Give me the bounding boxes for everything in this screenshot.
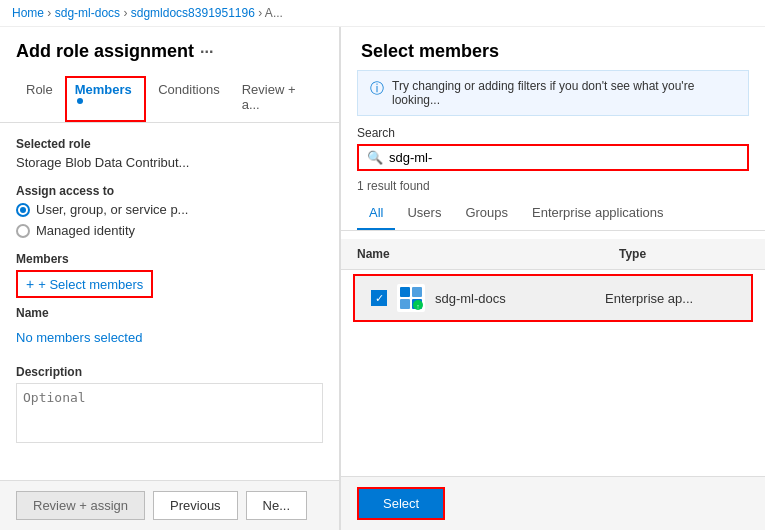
filter-tab-groups[interactable]: Groups (453, 199, 520, 230)
right-panel-title: Select members (361, 41, 745, 62)
breadcrumb-home[interactable]: Home (12, 6, 44, 20)
selected-role-label: Selected role (16, 137, 323, 151)
result-row[interactable]: ✓ ↑ sdg-ml-docs Enterprise ap... (353, 274, 753, 322)
radio-user-group[interactable]: User, group, or service p... (16, 202, 323, 217)
filter-tab-all[interactable]: All (357, 199, 395, 230)
filter-tab-users[interactable]: Users (395, 199, 453, 230)
row-checkbox[interactable]: ✓ (371, 290, 387, 306)
radio-group: User, group, or service p... Managed ide… (16, 202, 323, 238)
search-icon: 🔍 (367, 150, 383, 165)
info-text: Try changing or adding filters if you do… (392, 79, 736, 107)
filter-tabs: All Users Groups Enterprise applications (341, 199, 765, 231)
previous-button[interactable]: Previous (153, 491, 238, 520)
review-assign-button[interactable]: Review + assign (16, 491, 145, 520)
tabs-bar: Role Members Conditions Review + a... (0, 66, 339, 123)
left-header: Add role assignment ··· (0, 27, 339, 66)
result-count: 1 result found (341, 179, 765, 199)
breadcrumb-sdgmldocs[interactable]: sdgmldocs8391951196 (131, 6, 255, 20)
result-name: sdg-ml-docs (435, 291, 595, 306)
svg-rect-2 (412, 287, 422, 297)
checkmark-icon: ✓ (375, 292, 384, 305)
radio-circle-empty (16, 224, 30, 238)
results-table: Name Type ✓ ↑ sd (341, 239, 765, 476)
select-button[interactable]: Select (357, 487, 445, 520)
search-label: Search (357, 126, 749, 140)
select-members-label: + Select members (38, 277, 143, 292)
search-box: 🔍 (357, 144, 749, 171)
info-icon: ⓘ (370, 80, 384, 98)
left-panel: Add role assignment ··· Role Members Con… (0, 27, 340, 530)
right-header: Select members (341, 27, 765, 70)
plus-icon: + (26, 276, 34, 292)
radio-label-managed: Managed identity (36, 223, 135, 238)
svg-text:↑: ↑ (416, 303, 420, 310)
tab-members[interactable]: Members (65, 76, 146, 122)
info-bar: ⓘ Try changing or adding filters if you … (357, 70, 749, 116)
radio-managed-identity[interactable]: Managed identity (16, 223, 323, 238)
description-row: Description (16, 365, 323, 446)
members-col-header: Name (16, 306, 323, 324)
search-input[interactable] (389, 150, 739, 165)
filter-tab-enterprise[interactable]: Enterprise applications (520, 199, 676, 230)
results-header: Name Type (341, 239, 765, 270)
members-dot (77, 98, 83, 104)
page-title: Add role assignment ··· (16, 41, 323, 62)
tab-review[interactable]: Review + a... (232, 76, 323, 122)
radio-label-user: User, group, or service p... (36, 202, 188, 217)
svg-rect-3 (400, 299, 410, 309)
members-row: Members + + Select members Name No membe… (16, 252, 323, 351)
svg-rect-1 (400, 287, 410, 297)
description-input[interactable] (16, 383, 323, 443)
breadcrumb-sdg-ml-docs[interactable]: sdg-ml-docs (55, 6, 120, 20)
right-footer: Select (341, 476, 765, 530)
result-type: Enterprise ap... (605, 291, 735, 306)
col-header-type: Type (619, 243, 749, 265)
assign-access-row: Assign access to User, group, or service… (16, 184, 323, 238)
more-options-icon[interactable]: ··· (200, 43, 213, 61)
tab-role[interactable]: Role (16, 76, 63, 122)
members-table: Name No members selected (16, 306, 323, 351)
assign-access-label: Assign access to (16, 184, 323, 198)
description-label: Description (16, 365, 323, 379)
members-label: Members (16, 252, 323, 266)
no-members-text: No members selected (16, 324, 323, 351)
right-panel: Select members ⓘ Try changing or adding … (340, 27, 765, 530)
select-members-button[interactable]: + + Select members (16, 270, 153, 298)
search-section: Search 🔍 (341, 126, 765, 179)
next-button[interactable]: Ne... (246, 491, 307, 520)
col-header-name: Name (357, 243, 619, 265)
radio-circle-selected (16, 203, 30, 217)
breadcrumb: Home › sdg-ml-docs › sdgmldocs8391951196… (0, 0, 765, 27)
selected-role-value: Storage Blob Data Contribut... (16, 155, 323, 170)
selected-role-row: Selected role Storage Blob Data Contribu… (16, 137, 323, 170)
left-content: Selected role Storage Blob Data Contribu… (0, 123, 339, 480)
tab-conditions[interactable]: Conditions (148, 76, 229, 122)
app-icon: ↑ (397, 284, 425, 312)
left-footer: Review + assign Previous Ne... (0, 480, 339, 530)
